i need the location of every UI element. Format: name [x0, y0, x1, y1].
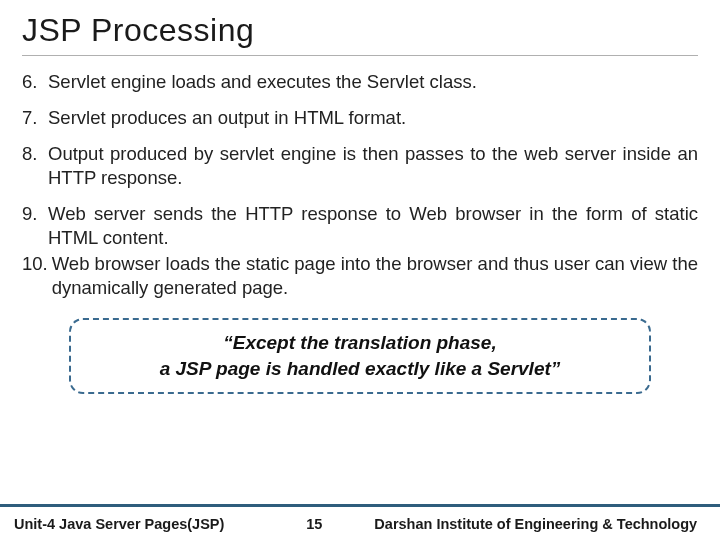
- quote-line: a JSP page is handled exactly like a Ser…: [89, 356, 630, 382]
- footer-page-number: 15: [284, 516, 344, 532]
- list-item: 7. Servlet produces an output in HTML fo…: [22, 106, 698, 130]
- list-number: 7.: [22, 106, 48, 130]
- list-text: Servlet produces an output in HTML forma…: [48, 106, 698, 130]
- list-item: 8. Output produced by servlet engine is …: [22, 142, 698, 190]
- quote-line: “Except the translation phase,: [89, 330, 630, 356]
- list-number: 6.: [22, 70, 48, 94]
- slide-content: 6. Servlet engine loads and executes the…: [22, 70, 698, 540]
- list-number: 10.: [22, 252, 52, 276]
- list-text: Web server sends the HTTP response to We…: [48, 202, 698, 250]
- list-item: 10. Web browser loads the static page in…: [22, 252, 698, 300]
- footer-left: Unit-4 Java Server Pages(JSP): [14, 516, 224, 532]
- quote-box: “Except the translation phase, a JSP pag…: [69, 318, 650, 393]
- list-item: 9. Web server sends the HTTP response to…: [22, 202, 698, 250]
- slide-title: JSP Processing: [22, 12, 698, 56]
- list-number: 9.: [22, 202, 48, 226]
- footer-right: Darshan Institute of Engineering & Techn…: [364, 516, 706, 532]
- list-item: 6. Servlet engine loads and executes the…: [22, 70, 698, 94]
- list-text: Servlet engine loads and executes the Se…: [48, 70, 698, 94]
- slide-footer: Unit-4 Java Server Pages(JSP) 15 Darshan…: [0, 504, 720, 540]
- list-number: 8.: [22, 142, 48, 166]
- list-text: Web browser loads the static page into t…: [52, 252, 698, 300]
- slide: JSP Processing 6. Servlet engine loads a…: [0, 0, 720, 540]
- list-text: Output produced by servlet engine is the…: [48, 142, 698, 190]
